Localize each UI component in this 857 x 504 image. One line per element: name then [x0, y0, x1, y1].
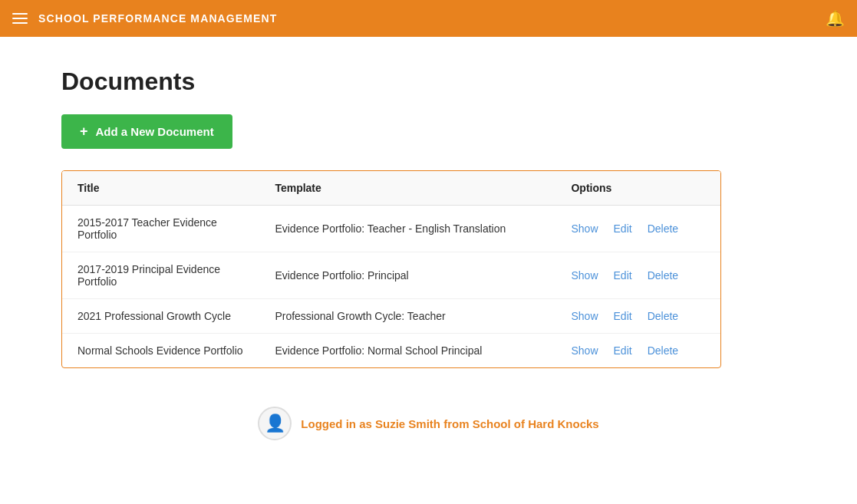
row-2-title: 2021 Professional Growth Cycle	[62, 299, 259, 334]
bell-icon[interactable]: 🔔	[826, 9, 845, 28]
row-3-edit-link[interactable]: Edit	[614, 344, 632, 357]
table-row: 2017-2019 Principal Evidence PortfolioEv…	[62, 252, 720, 299]
row-1-title: 2017-2019 Principal Evidence Portfolio	[62, 252, 259, 299]
row-2-edit-link[interactable]: Edit	[614, 310, 632, 322]
page-title: Documents	[61, 68, 796, 96]
table-row: 2021 Professional Growth CycleProfession…	[62, 299, 720, 334]
row-0-delete-link[interactable]: Delete	[648, 222, 678, 235]
user-footer: 👤 Logged in as Suzie Smith from School o…	[61, 407, 796, 440]
row-0-edit-link[interactable]: Edit	[614, 222, 632, 235]
app-title: School Performance Management	[38, 12, 277, 25]
row-3-show-link[interactable]: Show	[571, 344, 598, 357]
header: School Performance Management 🔔	[0, 0, 857, 37]
add-document-button[interactable]: + Add a New Document	[61, 114, 232, 149]
col-header-options: Options	[555, 171, 720, 206]
table-row: Normal Schools Evidence PortfolioEvidenc…	[62, 334, 720, 368]
row-3-title: Normal Schools Evidence Portfolio	[62, 334, 259, 368]
row-2-show-link[interactable]: Show	[571, 310, 598, 322]
row-0-title: 2015-2017 Teacher Evidence Portfolio	[62, 206, 259, 252]
row-1-edit-link[interactable]: Edit	[614, 269, 632, 282]
row-2-template: Professional Growth Cycle: Teacher	[259, 299, 555, 334]
documents-table: Title Template Options 2015-2017 Teacher…	[61, 170, 721, 368]
row-1-delete-link[interactable]: Delete	[648, 269, 678, 282]
row-1-template: Evidence Portfolio: Principal	[259, 252, 555, 299]
table-row: 2015-2017 Teacher Evidence PortfolioEvid…	[62, 206, 720, 252]
avatar: 👤	[258, 407, 292, 440]
row-3-delete-link[interactable]: Delete	[648, 344, 678, 357]
hamburger-icon[interactable]	[12, 13, 28, 24]
user-icon: 👤	[265, 413, 285, 433]
row-1-show-link[interactable]: Show	[571, 269, 598, 282]
row-3-template: Evidence Portfolio: Normal School Princi…	[259, 334, 555, 368]
row-2-delete-link[interactable]: Delete	[648, 310, 678, 322]
logged-in-user: Logged in as Suzie Smith from School of …	[301, 417, 598, 430]
row-0-show-link[interactable]: Show	[571, 222, 598, 235]
plus-icon: +	[80, 124, 88, 140]
row-2-options: ShowEditDelete	[555, 299, 720, 334]
col-header-template: Template	[259, 171, 555, 206]
header-left: School Performance Management	[12, 12, 277, 25]
row-1-options: ShowEditDelete	[555, 252, 720, 299]
add-button-label: Add a New Document	[96, 125, 214, 138]
table-header-row: Title Template Options	[62, 171, 720, 206]
col-header-title: Title	[62, 171, 259, 206]
row-3-options: ShowEditDelete	[555, 334, 720, 368]
row-0-template: Evidence Portfolio: Teacher - English Tr…	[259, 206, 555, 252]
main-content: Documents + Add a New Document Title Tem…	[0, 37, 857, 471]
row-0-options: ShowEditDelete	[555, 206, 720, 252]
